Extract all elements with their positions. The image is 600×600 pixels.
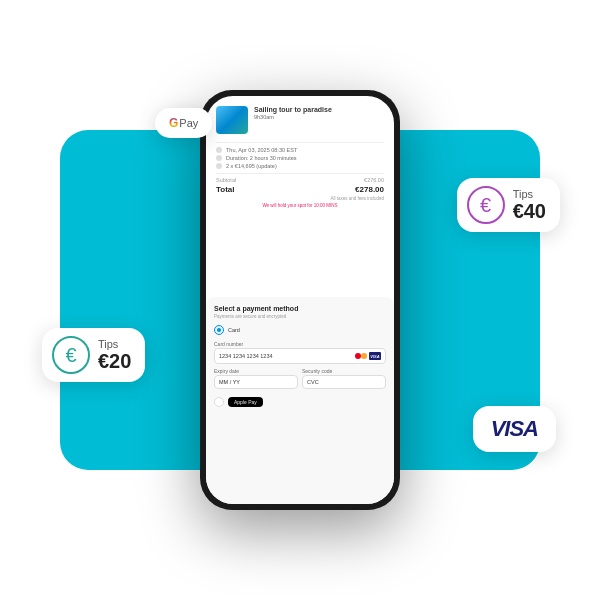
booking-header: Sailing tour to paradise 9h30am: [216, 106, 384, 134]
booking-image: [216, 106, 248, 134]
divider-1: [216, 142, 384, 143]
date-row: Thu, Apr 03, 2025 08:30 EST: [216, 147, 384, 153]
apple-pay-row: Apple Pay: [214, 397, 386, 407]
booking-info: Sailing tour to paradise 9h30am: [254, 106, 384, 120]
euro-circle-green: €: [52, 336, 90, 374]
expiry-label: Expiry date: [214, 368, 298, 374]
gpay-label: Pay: [179, 117, 198, 129]
payment-section: Select a payment method Payments are sec…: [206, 297, 394, 504]
tips20-label: Tips: [98, 338, 131, 350]
payment-tabs: Card: [214, 325, 386, 335]
total-label: Total: [216, 185, 235, 194]
subtotal-value: €276.00: [364, 177, 384, 183]
expiry-input[interactable]: MM / YY: [214, 375, 298, 389]
payment-title: Select a payment method: [214, 305, 386, 312]
subtotal-label: Subtotal: [216, 177, 236, 183]
total-row: Total €278.00: [216, 185, 384, 194]
visa-badge: VISA: [473, 406, 556, 452]
clock-icon: [216, 155, 222, 161]
divider-2: [216, 173, 384, 174]
gpay-badge: G Pay: [155, 108, 212, 138]
cvc-placeholder: CVC: [307, 379, 319, 385]
apple-pay-radio[interactable]: [214, 397, 224, 407]
expiry-security-row: Expiry date MM / YY Security code CVC: [214, 368, 386, 393]
booking-title: Sailing tour to paradise: [254, 106, 384, 113]
guests-text: 2 x €14,695 (update): [226, 163, 277, 169]
apple-pay-button[interactable]: Apple Pay: [228, 397, 263, 407]
card-number-value: 1234 1234 1234 1234: [219, 353, 273, 359]
total-value: €278.00: [355, 185, 384, 194]
tips40-label: Tips: [513, 188, 546, 200]
date-text: Thu, Apr 03, 2025 08:30 EST: [226, 147, 297, 153]
card-number-input[interactable]: 1234 1234 1234 1234 VISA: [214, 348, 386, 364]
tips40-euro-symbol: €: [480, 194, 491, 217]
subtotal-row: Subtotal €276.00: [216, 177, 384, 183]
visa-badge-text: VISA: [491, 416, 538, 442]
phone-shell: Sailing tour to paradise 9h30am Thu, Apr…: [200, 90, 400, 510]
duration-row: Duration: 2 hours 30 minutes: [216, 155, 384, 161]
visa-card-logo: VISA: [369, 352, 381, 360]
hold-note: We will hold your spot for 10:00 MINS: [216, 203, 384, 208]
card-logos: VISA: [355, 352, 381, 360]
gpay-g-letter: G: [169, 116, 178, 130]
scene: Sailing tour to paradise 9h30am Thu, Apr…: [0, 0, 600, 600]
guests-row: 2 x €14,695 (update): [216, 163, 384, 169]
tips40-badge: € Tips €40: [457, 178, 560, 232]
card-number-label: Card number: [214, 341, 386, 347]
phone-screen: Sailing tour to paradise 9h30am Thu, Apr…: [206, 96, 394, 504]
calendar-icon: [216, 147, 222, 153]
taxes-note: All taxes and fees included: [216, 196, 384, 201]
tips40-text-block: Tips €40: [513, 188, 546, 222]
payment-subtitle: Payments are secure and encrypted: [214, 314, 386, 319]
tips20-amount: €20: [98, 350, 131, 372]
expiry-field: Expiry date MM / YY: [214, 368, 298, 393]
security-field: Security code CVC: [302, 368, 386, 393]
tab-dot: [217, 328, 221, 332]
expiry-placeholder: MM / YY: [219, 379, 240, 385]
card-tab-label: Card: [228, 327, 240, 333]
euro-circle-purple: €: [467, 186, 505, 224]
phone-content: Sailing tour to paradise 9h30am Thu, Apr…: [206, 96, 394, 297]
tips20-badge: € Tips €20: [42, 328, 145, 382]
person-icon: [216, 163, 222, 169]
tips40-amount: €40: [513, 200, 546, 222]
tips20-euro-symbol: €: [65, 344, 76, 367]
mastercard-logo: [355, 352, 367, 360]
mc-right: [361, 353, 367, 359]
duration-text: Duration: 2 hours 30 minutes: [226, 155, 297, 161]
security-input[interactable]: CVC: [302, 375, 386, 389]
phone-mockup: Sailing tour to paradise 9h30am Thu, Apr…: [200, 90, 400, 510]
tips20-text-block: Tips €20: [98, 338, 131, 372]
security-label: Security code: [302, 368, 386, 374]
card-tab-radio[interactable]: [214, 325, 224, 335]
booking-time: 9h30am: [254, 114, 384, 120]
